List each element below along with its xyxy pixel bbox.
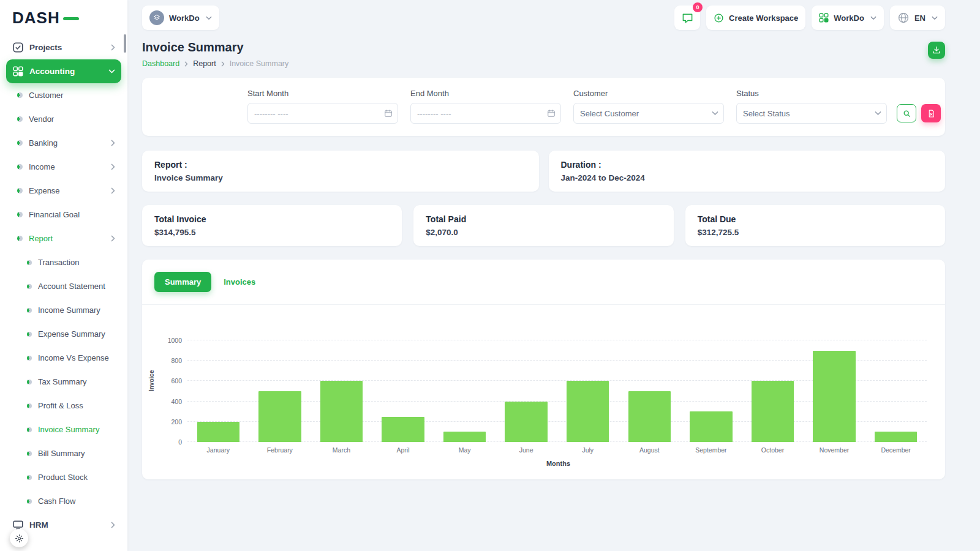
chevron-right-icon — [111, 44, 115, 51]
bullet-icon — [27, 284, 32, 289]
sidebar-item-cash-flow[interactable]: Cash Flow — [6, 489, 121, 513]
workspace-switcher[interactable]: WorkDo — [142, 6, 219, 30]
status-select[interactable]: Select Status — [736, 103, 887, 124]
create-workspace-button[interactable]: Create Workspace — [706, 6, 805, 30]
x-tick-label: February — [249, 446, 311, 454]
sidebar-item-financial-goal[interactable]: Financial Goal — [6, 203, 121, 227]
workdo-menu-button[interactable]: WorkDo — [812, 6, 884, 30]
sidebar-item-banking[interactable]: Banking — [6, 131, 121, 155]
chevron-down-icon — [932, 16, 938, 20]
bar-july — [567, 381, 609, 442]
bullet-icon — [27, 356, 32, 361]
bar-february — [258, 391, 301, 442]
y-tick-label: 200 — [161, 418, 182, 425]
customer-select[interactable]: Select Customer — [573, 103, 724, 124]
start-month-label: Start Month — [247, 89, 398, 98]
bar-slot — [557, 320, 619, 442]
x-axis-labels: JanuaryFebruaryMarchAprilMayJuneJulyAugu… — [187, 446, 927, 454]
start-month-input[interactable] — [247, 103, 398, 124]
y-tick-label: 800 — [161, 357, 182, 364]
sidebar-item-bill-summary[interactable]: Bill Summary — [6, 441, 121, 465]
search-button[interactable] — [897, 104, 916, 122]
bullet-icon — [27, 451, 32, 456]
tab-invoices[interactable]: Invoices — [221, 272, 258, 292]
main-content: WorkDo 0 Create Workspace — [127, 0, 980, 551]
x-tick-label: November — [804, 446, 865, 454]
sidebar-item-invoice-summary[interactable]: Invoice Summary — [6, 418, 121, 441]
brand-logo[interactable]: DASH — [0, 0, 127, 36]
breadcrumb-separator-icon — [221, 61, 225, 67]
topbar-actions: 0 Create Workspace WorkDo — [674, 6, 945, 30]
language-selector[interactable]: EN — [890, 6, 945, 30]
search-icon — [903, 110, 911, 118]
sidebar-item-transaction[interactable]: Transaction — [6, 250, 121, 274]
sidebar-item-vendor[interactable]: Vendor — [6, 107, 121, 131]
bullet-icon — [17, 92, 23, 98]
x-tick-label: April — [372, 446, 434, 454]
total-invoice-value: $314,795.5 — [154, 228, 390, 237]
sidebar-item-report[interactable]: Report — [6, 227, 121, 250]
y-axis-title: Invoice — [147, 320, 156, 442]
workdo-menu-label: WorkDo — [834, 13, 864, 23]
bullet-icon — [27, 403, 32, 408]
sidebar-item-customer[interactable]: Customer — [6, 83, 121, 107]
bullet-icon — [27, 260, 32, 265]
customer-label: Customer — [573, 89, 724, 98]
bar-january — [197, 422, 239, 442]
total-paid-label: Total Paid — [426, 214, 661, 224]
total-paid-card: Total Paid $2,070.0 — [413, 205, 673, 246]
chevron-right-icon — [111, 163, 115, 170]
workspace-avatar-icon — [149, 10, 164, 25]
filters-spacer — [153, 89, 235, 124]
sidebar-item-projects[interactable]: Projects — [6, 36, 121, 59]
sidebar-item-account-statement[interactable]: Account Statement — [6, 274, 121, 298]
y-tick-label: 400 — [161, 398, 182, 405]
sidebar-scrollbar-thumb[interactable] — [124, 34, 126, 53]
end-month-input[interactable] — [410, 103, 561, 124]
total-due-value: $312,725.5 — [698, 228, 933, 237]
bar-slot — [804, 320, 865, 442]
end-month-field: End Month — [410, 89, 561, 124]
bullet-icon — [17, 188, 23, 193]
sidebar-item-income-vs-expense[interactable]: Income Vs Expense — [6, 346, 121, 370]
breadcrumb-report[interactable]: Report — [193, 59, 216, 68]
download-icon — [932, 46, 941, 54]
x-tick-label: January — [187, 446, 249, 454]
messages-button[interactable]: 0 — [674, 6, 700, 30]
duration-value: Jan-2024 to Dec-2024 — [561, 173, 933, 182]
tab-summary[interactable]: Summary — [154, 272, 211, 292]
sidebar-item-income[interactable]: Income — [6, 155, 121, 179]
bullet-icon — [27, 380, 32, 384]
bar-slot — [619, 320, 680, 442]
bar-slot — [742, 320, 804, 442]
x-tick-label: October — [742, 446, 804, 454]
breadcrumb-dashboard[interactable]: Dashboard — [142, 59, 179, 68]
sidebar-item-tax-summary[interactable]: Tax Summary — [6, 370, 121, 394]
end-month-label: End Month — [410, 89, 561, 98]
sidebar-item-product-stock[interactable]: Product Stock — [6, 465, 121, 489]
sidebar-item-accounting[interactable]: Accounting — [6, 59, 121, 83]
download-button[interactable] — [928, 42, 945, 59]
reset-button[interactable] — [921, 104, 941, 122]
breadcrumb-invoice-summary: Invoice Summary — [230, 59, 289, 68]
status-field: Status Select Status — [736, 89, 887, 124]
plot-area: 02004006008001000 — [187, 320, 927, 442]
bar-august — [628, 391, 671, 442]
sidebar-item-expense-summary[interactable]: Expense Summary — [6, 322, 121, 346]
bar-slot — [187, 320, 249, 442]
grid-icon — [12, 66, 23, 77]
chevron-right-icon — [111, 140, 115, 146]
y-tick-label: 0 — [161, 438, 182, 446]
total-invoice-label: Total Invoice — [154, 214, 390, 224]
sidebar-item-expense[interactable]: Expense — [6, 179, 121, 203]
sidebar-item-income-summary[interactable]: Income Summary — [6, 298, 121, 322]
sidebar-item-profit-loss[interactable]: Profit & Loss — [6, 394, 121, 418]
workspace-name: WorkDo — [169, 13, 200, 23]
settings-fab[interactable] — [10, 529, 28, 547]
bar-march — [320, 381, 363, 442]
x-tick-label: September — [680, 446, 742, 454]
chevron-down-icon — [870, 16, 876, 20]
bullet-icon — [17, 212, 23, 217]
create-workspace-label: Create Workspace — [729, 13, 798, 23]
x-tick-label: May — [434, 446, 496, 454]
